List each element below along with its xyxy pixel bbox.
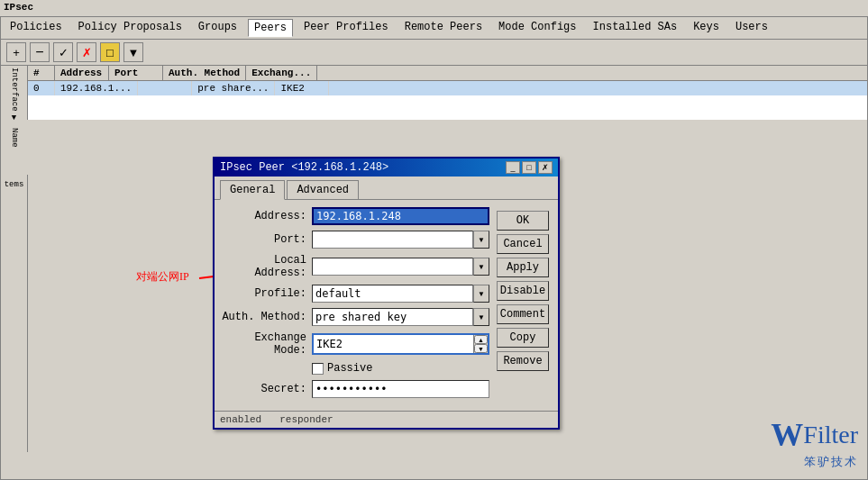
watermark-w: W <box>771 416 803 454</box>
secret-label: Secret: <box>222 383 312 395</box>
row-port <box>138 81 192 95</box>
watermark-filter: Filter <box>803 421 858 449</box>
local-address-field-container: ▼ <box>312 258 489 276</box>
auth-method-field-container: ▼ <box>312 308 489 326</box>
add-button[interactable]: + <box>6 42 26 62</box>
exchange-mode-field-container: ▲ ▼ <box>312 333 489 355</box>
row-auth: pre share... <box>192 81 275 95</box>
menu-bar: Policies Policy Proposals Groups Peers P… <box>1 17 867 40</box>
auth-method-dropdown-btn[interactable]: ▼ <box>473 308 489 326</box>
local-address-input[interactable] <box>312 258 473 276</box>
dialog-title-controls: _ □ ✗ <box>506 161 553 174</box>
app-title: IPsec <box>4 2 33 13</box>
dialog-tabs: General Advanced <box>215 177 558 200</box>
exchange-down-btn[interactable]: ▼ <box>474 344 488 353</box>
col-address: Address <box>55 66 109 80</box>
address-row: Address: <box>222 207 489 225</box>
passive-label: Passive <box>327 362 372 375</box>
watermark-logo: W Filter <box>771 416 858 454</box>
menu-peers[interactable]: Peers <box>248 19 293 37</box>
comment-button[interactable]: Comment <box>497 304 549 324</box>
dialog-form: Address: Port: ▼ Local Address: <box>222 207 489 403</box>
main-window: Policies Policy Proposals Groups Peers P… <box>0 16 868 480</box>
ipsec-peer-dialog: IPsec Peer <192.168.1.248> _ □ ✗ General… <box>213 157 560 430</box>
row-address: 192.168.1... <box>55 81 138 95</box>
passive-checkbox[interactable] <box>312 363 324 375</box>
local-address-label: Local Address: <box>222 254 312 279</box>
profile-dropdown-btn[interactable]: ▼ <box>473 285 489 303</box>
tab-advanced[interactable]: Advanced <box>287 180 359 199</box>
exchange-mode-input[interactable] <box>314 335 473 353</box>
menu-keys[interactable]: Keys <box>688 19 725 37</box>
menu-remote-peers[interactable]: Remote Peers <box>399 19 488 37</box>
ok-button[interactable]: OK <box>497 211 549 231</box>
check-button[interactable]: ✓ <box>53 42 73 62</box>
sidebar-left: Interface ▼ Name <box>1 66 28 120</box>
disable-button[interactable]: Disable <box>497 281 549 301</box>
col-auth: Auth. Method <box>163 66 246 80</box>
menu-policies[interactable]: Policies <box>5 19 68 37</box>
close-button[interactable]: ✗ <box>538 161 553 174</box>
exchange-mode-spinners: ▲ ▼ <box>473 335 488 353</box>
cancel-button[interactable]: Cancel <box>497 234 549 254</box>
table-container: # Address Port Auth. Method Exchang... 0… <box>28 66 867 120</box>
auth-method-row: Auth. Method: ▼ <box>222 308 489 326</box>
tab-general[interactable]: General <box>220 180 285 200</box>
dialog-role: responder <box>279 414 333 425</box>
watermark-subtitle: 笨驴技术 <box>804 454 858 470</box>
address-label: Address: <box>222 210 312 222</box>
col-num: # <box>28 66 55 80</box>
port-label: Port: <box>222 233 312 246</box>
port-input[interactable] <box>312 231 473 249</box>
profile-label: Profile: <box>222 287 312 300</box>
filter-button[interactable]: ▼ <box>123 42 143 62</box>
minimize-button[interactable]: _ <box>506 161 520 174</box>
auth-method-input[interactable] <box>312 308 473 326</box>
square-button[interactable]: □ <box>100 42 120 62</box>
profile-row: Profile: ▼ <box>222 285 489 303</box>
dialog-status-bar: enabled responder <box>215 411 558 428</box>
profile-field-container: ▼ <box>312 285 489 303</box>
watermark: W Filter 笨驴技术 <box>771 416 858 470</box>
table-area: Interface ▼ Name # Address Port Auth. Me… <box>1 66 867 120</box>
col-port: Port <box>109 66 163 80</box>
row-num: 0 <box>28 81 55 95</box>
port-dropdown-btn[interactable]: ▼ <box>473 231 489 249</box>
copy-button[interactable]: Copy <box>497 328 549 348</box>
passive-row: Passive <box>222 362 489 375</box>
exchange-up-btn[interactable]: ▲ <box>474 335 488 344</box>
toolbar: + − ✓ ✗ □ ▼ <box>1 40 867 66</box>
menu-mode-configs[interactable]: Mode Configs <box>493 19 581 37</box>
dialog-title-text: IPsec Peer <192.168.1.248> <box>220 161 388 174</box>
apply-button[interactable]: Apply <box>497 258 549 277</box>
address-input[interactable] <box>312 207 489 225</box>
menu-peer-profiles[interactable]: Peer Profiles <box>298 19 394 37</box>
name-label: Name <box>10 128 19 148</box>
dialog-body: Address: Port: ▼ Local Address: <box>215 200 558 411</box>
menu-policy-proposals[interactable]: Policy Proposals <box>73 19 187 37</box>
exchange-mode-row: Exchange Mode: ▲ ▼ <box>222 331 489 357</box>
table-header: # Address Port Auth. Method Exchang... <box>28 66 867 81</box>
dialog-state: enabled <box>220 414 261 425</box>
secret-input[interactable] <box>312 380 489 398</box>
filter-icon-sidebar[interactable]: ▼ <box>12 113 16 122</box>
interface-label: Interface <box>10 68 19 112</box>
local-address-dropdown-btn[interactable]: ▼ <box>473 258 489 276</box>
col-exchange: Exchang... <box>246 66 317 80</box>
profile-input[interactable] <box>312 285 473 303</box>
row-exchange: IKE2 <box>275 81 329 95</box>
exchange-mode-label: Exchange Mode: <box>222 331 312 357</box>
secret-row: Secret: <box>222 380 489 398</box>
table-row[interactable]: 0 192.168.1... pre share... IKE2 <box>28 81 867 95</box>
remove-button[interactable]: Remove <box>497 351 549 371</box>
remove-button[interactable]: − <box>30 42 50 62</box>
dialog-buttons: OK Cancel Apply Disable Comment Copy Rem… <box>497 207 551 403</box>
port-row: Port: ▼ <box>222 231 489 249</box>
menu-groups[interactable]: Groups <box>193 19 242 37</box>
x-button[interactable]: ✗ <box>77 42 96 62</box>
menu-users[interactable]: Users <box>730 19 773 37</box>
auth-method-label: Auth. Method: <box>222 311 312 323</box>
local-address-row: Local Address: ▼ <box>222 254 489 279</box>
maximize-button[interactable]: □ <box>522 161 536 174</box>
menu-installed-sas[interactable]: Installed SAs <box>588 19 683 37</box>
